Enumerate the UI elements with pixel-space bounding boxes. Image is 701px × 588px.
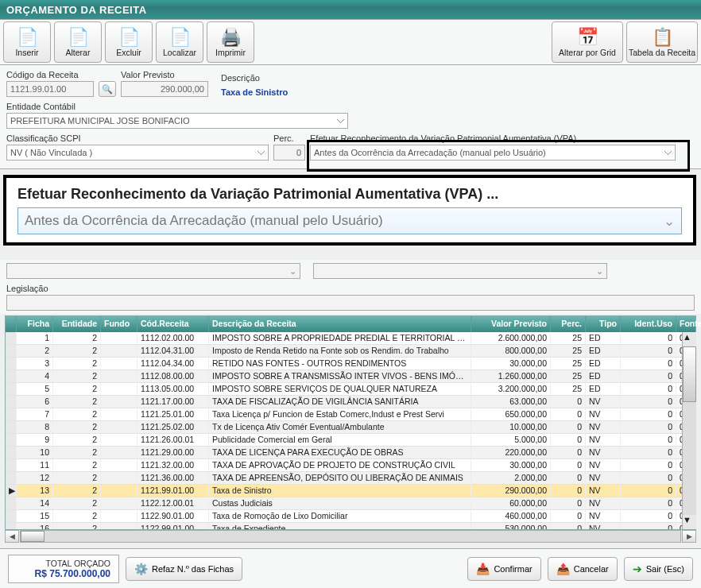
legislacao-label: Legislação [6,284,695,293]
chevron-down-icon: ⌄ [596,266,603,277]
exit-icon: ➔ [633,563,642,575]
table-row[interactable]: ▶1321121.99.01.00Taxa de Sinistro290.000… [6,485,695,497]
lower-form-area: ⌄ ⌄ Legislação [0,260,701,314]
table-row[interactable]: 1021121.29.00.00TAXA DE LICENÇA PARA EXE… [6,447,695,459]
total-orcado-label: TOTAL ORÇADO [17,559,110,568]
printer-icon: 🖨️ [220,27,242,48]
table-row[interactable]: 921121.26.00.01Publicidade Comercial em … [6,434,695,447]
valor-previsto-label: Valor Previsto [121,70,208,79]
unknown-dropdown-2[interactable]: ⌄ [313,263,607,279]
table-row[interactable]: 1421122.12.00.01Custas Judiciais60.000,0… [6,497,695,510]
scroll-thumb[interactable] [683,346,696,402]
table-row[interactable]: 621121.17.00.00TAXA DE FISCALIZAÇÃO DE V… [6,396,695,408]
alterar-por-grid-button[interactable]: 📅 Alterar por Grid [552,21,623,63]
confirm-icon: 📥 [476,563,490,575]
col-entidade[interactable]: Entidade [53,316,101,332]
form-area: Código da Receita 🔍 Valor Previsto Descr… [0,65,701,169]
col-fonte[interactable]: Fonte G [676,316,701,332]
main-toolbar: 📄 Inserir 📄 Alterar 📄 Excluir 📄 Localiza… [0,19,701,65]
classificacao-scpi-select[interactable]: NV ( Não Vinculada ) [6,145,269,161]
table-row[interactable]: 1221121.36.00.00TAXA DE APREENSÃO, DEPÓS… [6,472,695,485]
table-row[interactable]: 721121.25.01.00Taxa Licença p/ Funcion d… [6,408,695,421]
cancelar-button[interactable]: 📤 Cancelar [548,557,618,581]
classificacao-scpi-label: Classificação SCPI [6,133,269,143]
perc-input[interactable] [273,145,305,161]
table-row[interactable]: 1521122.90.01.00Taxa de Romoção de Lixo … [6,510,695,523]
col-cod[interactable]: Cód.Receita [137,316,209,332]
table-row[interactable]: 121112.02.00.00IMPOSTO SOBRE A PROPRIEDA… [6,332,695,345]
window-title: ORÇAMENTO DA RECEITA [6,4,147,16]
hscroll-thumb[interactable] [21,531,45,542]
descricao-value: Taxa de Sinistro [221,84,288,97]
horizontal-scrollbar[interactable]: ◀ ▶ [5,528,696,543]
legislacao-input[interactable] [6,295,695,311]
col-descricao[interactable]: Descrição da Receita [209,316,471,332]
vertical-scrollbar[interactable]: ▲ ▼ [682,332,696,529]
confirmar-button[interactable]: 📥 Confirmar [467,557,540,581]
refaz-fichas-button[interactable]: ⚙️ Refaz N.º das Fichas [126,557,242,581]
scroll-right-button[interactable]: ▶ [682,530,696,543]
footer-bar: TOTAL ORÇADO R$ 75.700.000,00 ⚙️ Refaz N… [0,548,701,588]
perc-label: Perc. [273,133,305,143]
entidade-contabil-select[interactable]: PREFEITURA MUNICIPAL JOSE BONIFACIO [6,113,348,129]
inserir-button[interactable]: 📄 Inserir [3,21,51,63]
valor-previsto-input[interactable] [121,81,208,97]
codigo-receita-input[interactable] [6,81,94,97]
tabela-receita-button[interactable]: 📋 Tabela da Receita [626,21,698,63]
entidade-contabil-label: Entidade Contábil [6,102,348,111]
table-row[interactable]: 821121.25.02.00Tx de Licença Ativ Comér … [6,421,695,434]
excluir-button[interactable]: 📄 Excluir [105,21,153,63]
clipboard-icon: 📋 [652,27,673,48]
col-tipo[interactable]: Tipo [586,316,621,332]
cancel-icon: 📤 [556,563,570,575]
col-ident[interactable]: Ident.Uso [621,316,676,332]
col-fundo[interactable]: Fundo [101,316,137,332]
vpa-callout-title: Efetuar Reconhecimento da Variação Patri… [17,186,682,203]
descricao-label: Descrição [221,73,288,83]
vpa-callout-value: Antes da Ocorrência da Arrecadação (manu… [25,213,383,229]
edit-document-icon: 📄 [68,27,89,48]
gears-icon: ⚙️ [134,563,148,575]
chevron-down-icon: ⌄ [664,213,675,230]
scroll-down-button[interactable]: ▼ [683,515,696,529]
unknown-dropdown-1[interactable]: ⌄ [6,263,300,279]
vpa-callout: Efetuar Reconhecimento da Variação Patri… [3,175,696,246]
imprimir-button[interactable]: 🖨️ Imprimir [207,21,254,63]
table-row[interactable]: 1621122.99.01.00Taxa de Expediente530.00… [6,523,695,529]
grid-body[interactable]: 121112.02.00.00IMPOSTO SOBRE A PROPRIEDA… [6,332,695,529]
table-row[interactable]: 321112.04.34.00RETIDO NAS FONTES - OUTRO… [6,358,695,370]
plus-document-icon: 📄 [17,27,38,48]
table-row[interactable]: 221112.04.31.00Imposto de Renda Retido n… [6,345,695,358]
codigo-receita-label: Código da Receita [6,70,94,79]
grid-icon: 📅 [577,27,598,48]
table-row[interactable]: 521113.05.00.00IMPOSTO SOBRE SERVIÇOS DE… [6,383,695,396]
receita-grid: Ficha Entidade Fundo Cód.Receita Descriç… [5,315,696,530]
vpa-callout-select[interactable]: Antes da Ocorrência da Arrecadação (manu… [17,207,682,234]
sair-button[interactable]: ➔ Sair (Esc) [624,557,693,581]
window-titlebar: ORÇAMENTO DA RECEITA [0,0,701,19]
grid-header: Ficha Entidade Fundo Cód.Receita Descriç… [6,316,695,332]
delete-document-icon: 📄 [118,27,140,48]
col-valor[interactable]: Valor Previsto [471,316,551,332]
table-row[interactable]: 421112.08.00.00IMPOSTO SOBRE A TRANSMISS… [6,370,695,383]
total-orcado-value: R$ 75.700.000,00 [17,568,110,579]
vpa-label: Efetuar Reconhecimento da Variação Patri… [310,133,695,143]
chevron-down-icon: ⌄ [289,266,296,277]
scroll-up-button[interactable]: ▲ [683,332,696,346]
alterar-button[interactable]: 📄 Alterar [54,21,102,63]
search-icon: 🔍 [102,84,113,95]
total-orcado-box: TOTAL ORÇADO R$ 75.700.000,00 [8,555,119,583]
table-row[interactable]: 1121121.32.00.00TAXA DE APROVAÇÃO DE PRO… [6,459,695,472]
search-document-icon: 📄 [169,27,191,48]
col-perc[interactable]: Perc. [551,316,586,332]
scroll-left-button[interactable]: ◀ [5,530,19,543]
vpa-select[interactable]: Antes da Ocorrência da Arrecadação (manu… [310,145,676,161]
col-ficha[interactable]: Ficha [17,316,53,332]
codigo-lookup-button[interactable]: 🔍 [99,81,116,97]
localizar-button[interactable]: 📄 Localizar [156,21,203,63]
